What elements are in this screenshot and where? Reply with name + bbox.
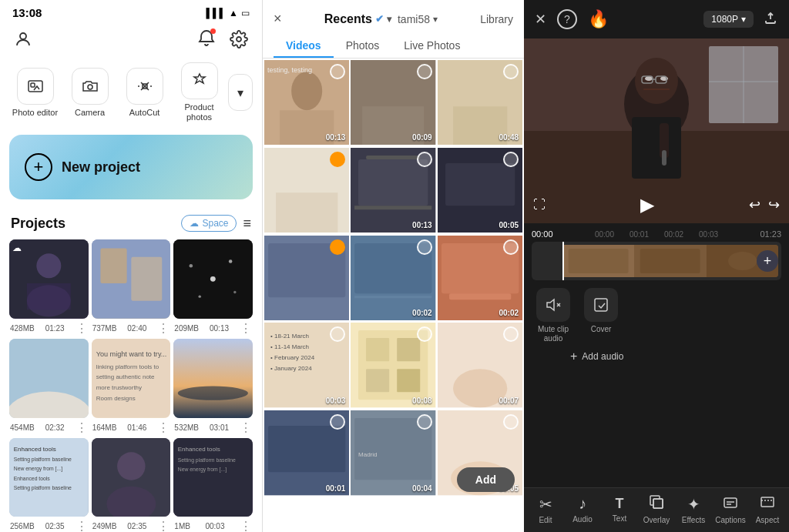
picker-user-selector[interactable]: tami58 ▾ [398, 13, 438, 25]
expand-button[interactable]: ▾ [228, 74, 253, 111]
media-item[interactable]: 00:13 [351, 148, 435, 233]
text-tool-button[interactable]: T Text [604, 496, 635, 523]
mute-clip-audio-button[interactable]: Mute clip audio [532, 288, 575, 343]
fullscreen-icon[interactable]: ⛶ [533, 198, 546, 212]
media-select-circle[interactable] [417, 239, 432, 255]
media-item[interactable]: 00:08 [351, 323, 435, 407]
svg-rect-54 [276, 192, 337, 233]
photo-editor-icon [17, 68, 54, 105]
project-more-icon[interactable]: ⋮ [157, 420, 170, 435]
audio-tool-button[interactable]: ♪ Audio [567, 495, 598, 524]
timeline-track[interactable]: + [532, 242, 781, 280]
autocut-button[interactable]: AutoCut [119, 68, 170, 118]
wifi-icon: ▲ [229, 8, 238, 18]
editor-close-button[interactable]: ✕ [535, 11, 546, 28]
project-size: 454MB [10, 423, 35, 432]
sort-icon[interactable]: ≡ [243, 216, 251, 232]
tab-videos[interactable]: Videos [274, 35, 334, 58]
edit-label: Edit [539, 516, 552, 524]
resolution-selector[interactable]: 1080P ▾ [703, 11, 754, 28]
project-more-icon[interactable]: ⋮ [240, 519, 252, 532]
tab-live-photos[interactable]: Live Photos [391, 35, 472, 58]
media-item[interactable]: • 18-21 March • 11-14 March • February 2… [264, 323, 349, 407]
tab-photos[interactable]: Photos [334, 35, 392, 58]
effects-tool-button[interactable]: ✦ Effects [678, 495, 709, 524]
project-thumbnail[interactable] [173, 239, 253, 319]
svg-text:Setting platform baseline: Setting platform baseline [178, 457, 236, 463]
undo-button[interactable]: ↩ [749, 196, 760, 213]
project-more-icon[interactable]: ⋮ [240, 321, 252, 336]
overlay-tool-button[interactable]: Overlay [641, 494, 672, 524]
media-item[interactable]: 00:05 [438, 148, 522, 233]
svg-rect-120 [595, 299, 607, 311]
project-thumbnail[interactable]: Enhanced tools Setting platform baseline… [9, 438, 89, 517]
camera-button[interactable]: Camera [64, 68, 116, 118]
media-item[interactable]: 00:02 [438, 236, 522, 320]
media-select-circle[interactable] [417, 152, 432, 167]
project-duration: 02:35 [45, 522, 65, 530]
project-more-icon[interactable]: ⋮ [76, 321, 88, 336]
media-item[interactable] [264, 148, 349, 233]
project-thumbnail[interactable]: Enhanced tools Setting platform baseline… [173, 438, 253, 517]
project-thumbnail[interactable]: ☁ [9, 239, 89, 319]
project-more-icon[interactable]: ⋮ [157, 519, 170, 532]
project-more-icon[interactable]: ⋮ [76, 420, 88, 435]
text-icon: T [616, 496, 624, 512]
project-thumbnail[interactable]: You might want to try... linking platfor… [92, 339, 171, 418]
project-thumbnail[interactable] [9, 339, 89, 418]
editor-topbar: ✕ ? 🔥 1080P ▾ [524, 0, 789, 38]
export-button[interactable] [763, 10, 778, 29]
capcut-flame-icon[interactable]: 🔥 [588, 9, 609, 29]
project-meta: 209MB 00:13 ⋮ [173, 321, 253, 336]
media-select-circle[interactable] [330, 239, 345, 255]
photo-editor-button[interactable]: Photo editor [9, 68, 61, 118]
media-item[interactable]: testing, testing 00:13 [264, 60, 349, 145]
picker-library-button[interactable]: Library [480, 13, 513, 25]
media-select-circle[interactable] [503, 152, 519, 167]
play-button[interactable]: ▶ [640, 194, 654, 216]
picker-close-button[interactable]: × [274, 11, 282, 27]
media-duration: 00:13 [412, 221, 432, 229]
media-item[interactable]: 00:02 [351, 236, 435, 320]
editor-help-button[interactable]: ? [557, 9, 577, 29]
media-item[interactable]: 00:09 [351, 60, 435, 145]
profile-icon[interactable] [12, 28, 34, 50]
media-item[interactable]: 00:07 [438, 323, 522, 407]
project-more-icon[interactable]: ⋮ [76, 519, 88, 532]
project-thumbnail[interactable] [92, 239, 171, 319]
aspect-tool-button[interactable]: Aspect [752, 494, 783, 524]
product-photos-button[interactable]: Product photos [173, 62, 225, 122]
cover-button[interactable]: Cover [579, 288, 623, 343]
edit-tool-button[interactable]: ✂ Edit [530, 495, 561, 524]
svg-rect-78 [366, 338, 389, 361]
project-more-icon[interactable]: ⋮ [240, 420, 252, 435]
new-project-banner[interactable]: + New project [9, 135, 253, 199]
redo-button[interactable]: ↪ [768, 196, 780, 213]
media-item[interactable]: 00:01 [264, 410, 349, 495]
media-select-circle[interactable] [417, 326, 432, 342]
settings-icon[interactable] [228, 28, 250, 50]
captions-tool-button[interactable]: Captions [715, 494, 746, 524]
media-select-circle[interactable] [330, 152, 345, 167]
add-media-button[interactable]: Add [457, 467, 515, 492]
media-select-circle[interactable] [503, 64, 519, 79]
media-select-circle[interactable] [417, 64, 432, 79]
media-item[interactable]: 00:48 [438, 60, 522, 145]
media-item[interactable] [264, 236, 349, 320]
media-select-circle[interactable] [503, 239, 519, 255]
media-item[interactable]: Madrid 00:04 [351, 410, 435, 495]
project-thumbnail[interactable] [92, 438, 171, 517]
cover-label: Cover [591, 325, 612, 334]
space-badge[interactable]: ☁ Space [181, 215, 237, 232]
playhead [562, 242, 564, 280]
svg-rect-57 [354, 206, 431, 209]
media-select-circle[interactable] [417, 414, 432, 430]
svg-point-18 [199, 296, 201, 298]
notification-button[interactable] [197, 28, 216, 50]
project-thumbnail[interactable] [173, 339, 253, 418]
add-audio-row[interactable]: + Add audio [532, 348, 781, 368]
add-clip-button[interactable]: + [757, 250, 778, 272]
undo-redo-group: ↩ ↪ [749, 196, 780, 213]
picker-album-selector[interactable]: Recents ✔ ▾ [324, 12, 391, 26]
project-more-icon[interactable]: ⋮ [157, 321, 170, 336]
